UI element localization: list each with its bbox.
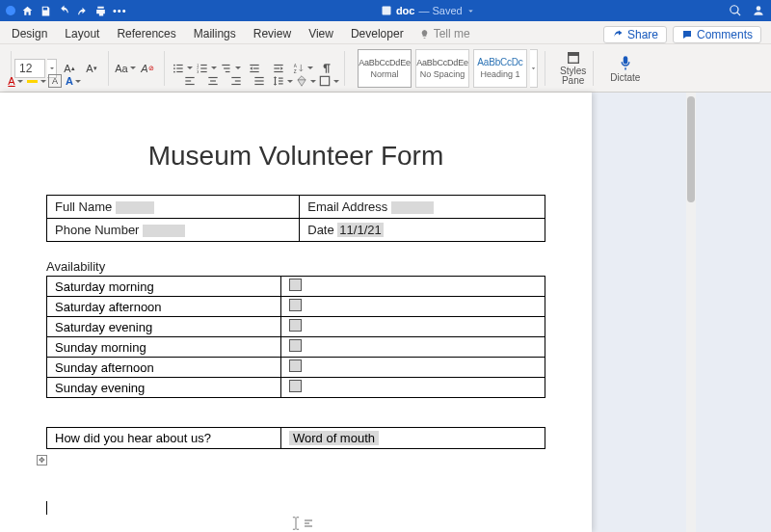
dictate-button[interactable]: Dictate — [610, 54, 640, 83]
svg-point-1 — [757, 6, 761, 11]
hear-value-cell[interactable]: Word of mouth — [280, 428, 545, 449]
borders[interactable] — [318, 71, 339, 91]
svg-point-4 — [173, 67, 175, 69]
print-icon[interactable] — [94, 5, 107, 17]
hear-dropdown[interactable]: Word of mouth — [289, 431, 379, 445]
svg-rect-15 — [224, 67, 229, 68]
tab-references[interactable]: References — [115, 24, 177, 43]
avail-row-label[interactable]: Saturday afternoon — [47, 297, 281, 317]
align-center[interactable] — [202, 71, 224, 91]
cursor-indicator — [291, 517, 314, 530]
svg-point-6 — [173, 70, 175, 72]
svg-rect-45 — [305, 523, 309, 524]
svg-rect-9 — [200, 64, 206, 65]
svg-rect-36 — [254, 84, 263, 85]
clear-format[interactable]: A⊘ — [138, 59, 157, 78]
table-anchor-icon[interactable]: ✥ — [37, 455, 47, 466]
email-field[interactable] — [391, 201, 434, 214]
highlight[interactable] — [27, 71, 46, 91]
avail-row-label[interactable]: Sunday evening — [47, 378, 281, 398]
tab-bar: Design Layout References Mailings Review… — [0, 21, 771, 44]
svg-rect-33 — [231, 84, 240, 85]
char-border[interactable]: A — [48, 74, 62, 88]
comments-button[interactable]: Comments — [673, 26, 761, 43]
svg-rect-38 — [279, 80, 283, 81]
full-name-field[interactable] — [116, 201, 154, 214]
justify[interactable] — [249, 71, 270, 91]
tab-layout[interactable]: Layout — [63, 24, 101, 43]
tab-view[interactable]: View — [306, 24, 335, 43]
svg-rect-34 — [254, 77, 263, 78]
document-page[interactable]: Museum Volunteer Form Full Name Email Ad… — [0, 93, 592, 532]
share-button[interactable]: Share — [603, 26, 667, 43]
checkbox[interactable] — [289, 359, 302, 372]
shading[interactable] — [295, 71, 316, 91]
checkbox[interactable] — [289, 299, 302, 311]
svg-rect-44 — [305, 520, 312, 521]
svg-rect-37 — [279, 78, 283, 79]
home-icon[interactable] — [21, 5, 34, 17]
svg-rect-18 — [253, 67, 259, 68]
overflow-icon[interactable]: ••• — [113, 5, 127, 16]
hear-label-cell[interactable]: How did you hear about us? — [47, 428, 281, 449]
text-effects[interactable]: A — [64, 71, 83, 91]
save-status: — Saved — [418, 5, 462, 16]
svg-rect-39 — [279, 83, 283, 84]
phone-cell[interactable]: Phone Number — [47, 219, 300, 242]
tab-mailings[interactable]: Mailings — [192, 24, 238, 43]
avail-row-label[interactable]: Sunday morning — [47, 337, 281, 358]
account-icon[interactable] — [752, 4, 765, 17]
full-name-cell[interactable]: Full Name — [47, 196, 300, 219]
tell-me[interactable]: Tell me — [419, 27, 470, 40]
svg-rect-3 — [176, 64, 182, 65]
contact-table: Full Name Email Address Phone Number Dat… — [46, 195, 545, 242]
line-spacing[interactable] — [272, 71, 293, 91]
styles-gallery[interactable]: AaBbCcDdEe Normal AaBbCcDdEe No Spacing … — [358, 49, 527, 88]
document-name[interactable]: doc — [396, 5, 415, 16]
undo-icon[interactable] — [58, 5, 70, 17]
checkbox[interactable] — [289, 380, 302, 392]
comment-icon — [681, 29, 693, 40]
save-icon[interactable] — [40, 5, 52, 17]
checkbox[interactable] — [289, 339, 302, 352]
chevron-down-icon[interactable] — [466, 7, 475, 15]
align-right[interactable] — [226, 71, 247, 91]
search-icon[interactable] — [729, 4, 742, 17]
style-heading-1[interactable]: AaBbCcDc Heading 1 — [473, 49, 527, 88]
shrink-font[interactable]: A▾ — [82, 59, 101, 78]
svg-rect-46 — [305, 526, 312, 527]
styles-more[interactable] — [530, 49, 538, 88]
scrollbar[interactable] — [686, 93, 696, 532]
tab-developer[interactable]: Developer — [349, 24, 406, 43]
date-field[interactable]: 11/1/21 — [337, 223, 383, 237]
tab-review[interactable]: Review — [252, 24, 293, 43]
style-no-spacing[interactable]: AaBbCcDdEe No Spacing — [415, 49, 469, 88]
title-bar: ••• doc — Saved — [0, 0, 771, 21]
scrollbar-thumb[interactable] — [687, 96, 695, 202]
svg-rect-30 — [208, 84, 217, 85]
avail-row-label[interactable]: Sunday afternoon — [47, 358, 281, 378]
checkbox[interactable] — [289, 279, 302, 291]
date-cell[interactable]: Date 11/1/21 — [300, 219, 545, 242]
work-area: Museum Volunteer Form Full Name Email Ad… — [0, 93, 771, 532]
align-left[interactable] — [179, 71, 200, 91]
avail-row-label[interactable]: Saturday evening — [47, 317, 281, 337]
style-normal[interactable]: AaBbCcDdEe Normal — [358, 49, 412, 88]
window-control[interactable] — [6, 6, 15, 15]
svg-rect-42 — [568, 53, 578, 56]
redo-icon[interactable] — [76, 5, 89, 17]
font-color[interactable]: A — [6, 71, 25, 91]
svg-rect-40 — [320, 76, 329, 85]
avail-row-label[interactable]: Saturday morning — [47, 277, 281, 297]
checkbox[interactable] — [289, 319, 302, 332]
text-caret — [46, 501, 47, 515]
email-cell[interactable]: Email Address — [300, 196, 545, 219]
phone-field[interactable] — [143, 225, 185, 237]
availability-table: Saturday morning Saturday afternoon Satu… — [46, 276, 545, 398]
styles-pane-button[interactable]: Styles Pane — [560, 50, 586, 86]
availability-label: Availability — [46, 259, 545, 274]
hear-table: How did you hear about us? Word of mouth — [46, 427, 545, 449]
change-case[interactable]: Aa — [116, 59, 135, 78]
ribbon: 12 A▴ A▾ Aa A⊘ 123 AZ A A A AaBbCcDdEe N… — [0, 44, 771, 93]
tab-design[interactable]: Design — [10, 24, 49, 43]
